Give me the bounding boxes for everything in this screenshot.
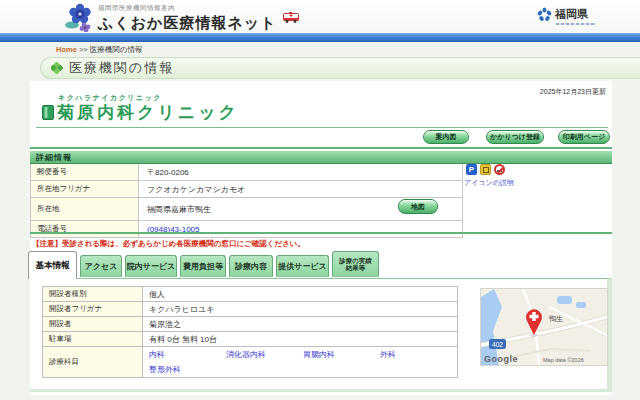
breadcrumb-current: 医療機関の情報: [90, 45, 143, 54]
department-link[interactable]: 整形外科: [149, 364, 226, 375]
row-value: 菊原浩之: [143, 317, 457, 331]
department-link[interactable]: 消化器内科: [226, 349, 303, 360]
prefecture-name: 福岡県: [555, 7, 588, 22]
map-button[interactable]: 地図: [398, 199, 438, 214]
parking-icon: P: [466, 164, 477, 175]
map-pin-label: 鴨生: [549, 315, 563, 322]
row-value: 有料 0台 無料 10台: [143, 332, 457, 346]
map-attribution: Map data ©2026: [543, 357, 584, 363]
row-value: キクハラヒロユキ: [143, 302, 457, 316]
table-row: 駐車場 有料 0台 無料 10台: [43, 332, 457, 347]
guide-map-button[interactable]: 案内図: [423, 130, 469, 144]
basic-info-table: 開設者種別 個人 開設者フリガナ キクハラヒロユキ 開設者 菊原浩之 駐車場 有…: [42, 286, 458, 378]
icon-legend-link[interactable]: アイコンの説明: [464, 178, 514, 188]
clover-icon: [51, 62, 63, 74]
site-subtitle: 福岡県医療機関情報案内: [98, 4, 276, 13]
row-label: 開設者種別: [43, 287, 143, 301]
tab-treatment[interactable]: 診療内容: [229, 255, 273, 277]
clinic-marker-icon: [42, 105, 54, 120]
header-blue-bar: [0, 33, 640, 42]
row-label: 診療科目: [43, 347, 143, 377]
site-logo[interactable]: 福岡県医療機関情報案内 ふくおか医療情報ネット: [64, 1, 276, 33]
site-header: 福岡県医療機関情報案内 ふくおか医療情報ネット 福岡県: [0, 0, 640, 33]
tab-bar: 基本情報 アクセス 院内サービス 費用負担等 診療内容 提供サービス 診療の実績…: [28, 251, 379, 279]
department-links: 内科 消化器内科 胃腸内科 外科 整形外科: [143, 347, 457, 377]
table-row: 郵便番号 〒820-0206: [31, 164, 462, 181]
prefecture-logo-underline: [556, 23, 596, 25]
tab-basic-info[interactable]: 基本情報: [28, 251, 77, 279]
department-link[interactable]: 外科: [380, 349, 457, 360]
facility-badges: P: [466, 164, 505, 175]
tab-results[interactable]: 診療の実績 結果等: [332, 251, 379, 277]
print-page-button[interactable]: 印刷用ページ: [558, 130, 610, 144]
row-label: 電話番号: [31, 221, 139, 237]
tab-access[interactable]: アクセス: [80, 255, 122, 277]
row-value: 〒820-0206: [139, 164, 462, 180]
table-row: 所在地フリガナ フクオカケンカマシカモオ: [31, 181, 462, 198]
green-divider: [30, 147, 612, 149]
section-title: 医療機関の情報: [69, 59, 174, 77]
tab-hospital-services[interactable]: 院内サービス: [125, 255, 177, 277]
breadcrumb-separator: >>: [77, 45, 90, 54]
row-label: 所在地フリガナ: [31, 181, 139, 197]
prefecture-logo[interactable]: 福岡県: [537, 7, 588, 22]
details-header: 詳細情報: [30, 151, 612, 164]
google-logo: Google: [484, 354, 518, 364]
site-title: ふくおか医療情報ネット: [98, 14, 276, 33]
tab-provided-services[interactable]: 提供サービス: [276, 255, 329, 277]
site-logo-text: 福岡県医療機関情報案内 ふくおか医療情報ネット: [98, 1, 276, 33]
page: 福岡県医療機関情報案内 ふくおか医療情報ネット 福岡県: [0, 0, 640, 400]
table-row: 所在地 福岡県嘉麻市鴨生: [31, 198, 462, 221]
table-row: 診療科目 内科 消化器内科 胃腸内科 外科 整形外科: [43, 347, 457, 378]
breadcrumb: Home >> 医療機関の情報: [56, 45, 142, 55]
row-label: 開設者: [43, 317, 143, 331]
tab-costs[interactable]: 費用負担等: [180, 255, 226, 277]
row-label: 開設者フリガナ: [43, 302, 143, 316]
green-divider-bottom: [30, 232, 612, 234]
kakaritsuke-register-button[interactable]: かかりつけ登録: [486, 130, 544, 144]
road-badge: 402: [492, 341, 503, 348]
ambulance-icon: [283, 12, 301, 23]
department-link[interactable]: 内科: [149, 349, 226, 360]
table-row: 開設者種別 個人: [43, 287, 457, 302]
table-row: 開設者フリガナ キクハラヒロユキ: [43, 302, 457, 317]
details-table: 郵便番号 〒820-0206 所在地フリガナ フクオカケンカマシカモオ 所在地 …: [30, 164, 463, 238]
row-label: 駐車場: [43, 332, 143, 346]
row-label: 郵便番号: [31, 164, 139, 180]
row-value: フクオカケンカマシカモオ: [139, 181, 462, 197]
clinic-name: 菊原内科クリニック: [57, 101, 239, 124]
prefecture-emblem-icon: [537, 7, 552, 22]
department-link[interactable]: 胃腸内科: [303, 349, 380, 360]
section-header: 医療機関の情報: [40, 57, 640, 79]
table-row: 電話番号 (0948)43-1005: [31, 221, 462, 238]
flower-logo-icon: [64, 1, 96, 32]
row-label: 所在地: [31, 198, 139, 220]
updated-date: 2025年12月23日更新: [540, 87, 606, 97]
breadcrumb-home-link[interactable]: Home: [56, 45, 77, 54]
no-smoking-icon: [494, 164, 505, 175]
notice-text: 【注意】受診される際は、必ずあらかじめ各医療機関の窓口にご確認ください。: [32, 239, 305, 249]
service-icon: [480, 164, 491, 175]
row-value: 個人: [143, 287, 457, 301]
table-row: 開設者 菊原浩之: [43, 317, 457, 332]
title-underline: [36, 127, 608, 128]
